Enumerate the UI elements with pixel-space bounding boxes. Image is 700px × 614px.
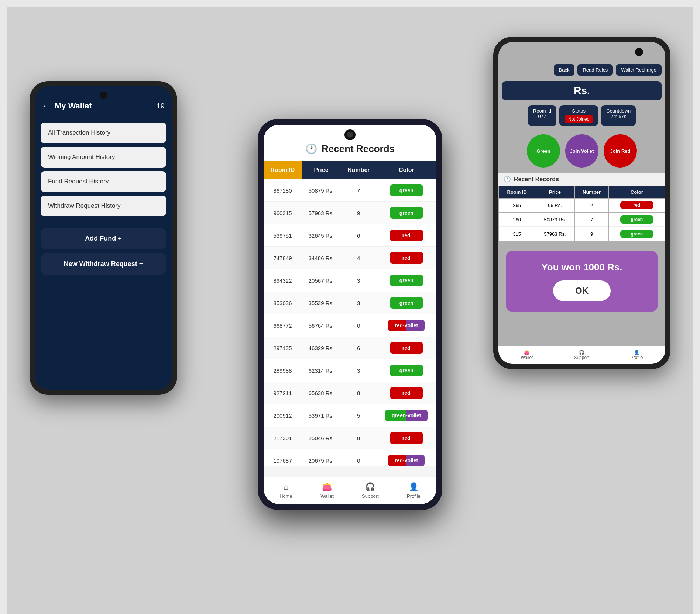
color-badge: green: [390, 184, 423, 196]
right-notch: [635, 48, 643, 56]
center-bottom-nav: ⌂ Home 👛 Wallet 🎧 Support 👤 Profile: [264, 477, 436, 504]
nav-home[interactable]: ⌂ Home: [279, 482, 292, 499]
screenshot-container: ← My Wallet 19 All Transection History W…: [7, 7, 693, 614]
cell-color: green: [377, 269, 436, 292]
cell-price: 46329 Rs.: [302, 337, 341, 359]
table-row: 217301 25046 Rs. 8 red: [264, 427, 436, 449]
profile-icon: 👤: [409, 482, 419, 492]
table-row: 668772 56764 Rs. 0 red-voilet: [264, 314, 436, 337]
table-row: 539751 32645 Rs. 6 red: [264, 224, 436, 247]
join-green-circle[interactable]: Green: [527, 134, 560, 168]
cell-number: 3: [341, 292, 377, 314]
cell-room-id: 297135: [264, 337, 302, 359]
menu-item-fund-request[interactable]: Fund Request History: [41, 171, 166, 192]
cell-number: 6: [341, 224, 377, 247]
room-id-box: Room Id 077: [528, 105, 556, 126]
color-badge: red: [390, 432, 423, 444]
col-header-number: Number: [341, 161, 377, 179]
nav-wallet-label: Wallet: [320, 493, 334, 499]
add-fund-button[interactable]: Add Fund +: [41, 228, 166, 249]
join-red-circle[interactable]: Join Red: [604, 134, 637, 168]
color-badge: red: [390, 342, 423, 354]
right-cell-number: 9: [575, 227, 608, 241]
cell-room-id: 853036: [264, 292, 302, 314]
right-wallet-label: Wallet: [521, 355, 533, 360]
menu-item-all-transaction[interactable]: All Transection History: [41, 123, 166, 143]
action-buttons: Add Fund + New Withdraw Request +: [35, 222, 172, 280]
table-row: 960315 57963 Rs. 9 green: [264, 202, 436, 224]
table-row: 853036 35539 Rs. 3 green: [264, 292, 436, 314]
cell-number: 8: [341, 427, 377, 449]
room-id-label: Room Id: [533, 108, 551, 114]
right-nav-support[interactable]: 🎧 Support: [574, 350, 589, 360]
nav-support[interactable]: 🎧 Support: [362, 482, 379, 499]
nav-home-label: Home: [279, 493, 292, 499]
status-box: Status Not Joined: [559, 105, 598, 126]
color-badge: green: [390, 207, 423, 219]
menu-item-withdraw-history[interactable]: Withdraw Request History: [41, 196, 166, 216]
status-badge: Not Joined: [565, 115, 593, 123]
table-row: 297135 46329 Rs. 6 red: [264, 337, 436, 359]
cell-room-id: 539751: [264, 224, 302, 247]
back-button-right[interactable]: Back: [554, 64, 575, 76]
right-col-number: Number: [575, 186, 608, 198]
left-phone: ← My Wallet 19 All Transection History W…: [30, 81, 177, 395]
center-notch: [344, 129, 356, 140]
cell-price: 32645 Rs.: [302, 224, 341, 247]
right-nav-wallet[interactable]: 👛 Wallet: [521, 350, 533, 360]
countdown-label: Countdown: [606, 108, 631, 114]
nav-profile[interactable]: 👤 Profile: [407, 482, 421, 499]
join-voilet-circle[interactable]: Join Voilet: [565, 134, 598, 168]
right-wallet-icon: 👛: [524, 350, 529, 355]
right-cell-room-id: 865: [499, 199, 535, 212]
right-color-badge: red: [620, 201, 653, 209]
new-withdraw-button[interactable]: New Withdraw Request +: [41, 253, 166, 275]
cell-color: green-voilet: [377, 404, 436, 427]
records-table-container[interactable]: Room ID Price Number Color 867280 50879 …: [264, 161, 436, 466]
cell-room-id: 867280: [264, 179, 302, 202]
right-col-color: Color: [609, 186, 665, 198]
cell-room-id: 960315: [264, 202, 302, 224]
cell-price: 56764 Rs.: [302, 314, 341, 337]
back-arrow-icon[interactable]: ←: [42, 101, 50, 111]
color-badge: red: [390, 387, 423, 399]
table-row: 747849 34486 Rs. 4 red: [264, 247, 436, 269]
cell-price: 20679 Rs.: [302, 449, 341, 467]
cell-number: 8: [341, 382, 377, 404]
table-row: 927211 65638 Rs. 8 red: [264, 382, 436, 404]
records-table: Room ID Price Number Color 867280 50879 …: [264, 161, 436, 466]
countdown-value: 2m 57s: [606, 114, 631, 119]
cell-price: 35539 Rs.: [302, 292, 341, 314]
read-rules-button[interactable]: Read Rules: [577, 64, 613, 76]
cell-color: green: [377, 179, 436, 202]
col-header-room-id: Room ID: [264, 161, 302, 179]
cell-color: red: [377, 224, 436, 247]
nav-profile-label: Profile: [407, 493, 421, 499]
right-cell-room-id: 280: [499, 213, 535, 227]
wallet-recharge-button[interactable]: Wallet Recharge: [616, 64, 662, 76]
cell-number: 7: [341, 179, 377, 202]
color-badge: green-voilet: [385, 410, 428, 421]
cell-room-id: 927211: [264, 382, 302, 404]
table-row: 289988 62314 Rs. 3 green: [264, 359, 436, 382]
ok-button[interactable]: OK: [553, 280, 611, 301]
status-label: Status: [565, 108, 593, 114]
menu-item-winning-amount[interactable]: Winning Amount History: [41, 147, 166, 168]
right-balance: Rs.: [502, 81, 662, 100]
left-header: ← My Wallet 19: [35, 86, 172, 117]
list-item: 865 96 Rs. 2 red: [499, 199, 665, 212]
win-popup: You won 1000 Rs. OK: [506, 251, 658, 312]
cell-price: 20567 Rs.: [302, 269, 341, 292]
cell-number: 0: [341, 449, 377, 467]
nav-wallet[interactable]: 👛 Wallet: [320, 482, 334, 499]
cell-color: red: [377, 247, 436, 269]
cell-price: 34486 Rs.: [302, 247, 341, 269]
right-top-buttons: Back Read Rules Wallet Recharge: [498, 42, 665, 79]
right-clock-icon: 🕐: [504, 176, 511, 183]
cell-price: 53971 Rs.: [302, 404, 341, 427]
cell-number: 6: [341, 337, 377, 359]
list-item: 280 50879 Rs. 7 green: [499, 213, 665, 227]
cell-color: green: [377, 292, 436, 314]
right-nav-profile[interactable]: 👤 Profile: [630, 350, 643, 360]
cell-number: 4: [341, 247, 377, 269]
